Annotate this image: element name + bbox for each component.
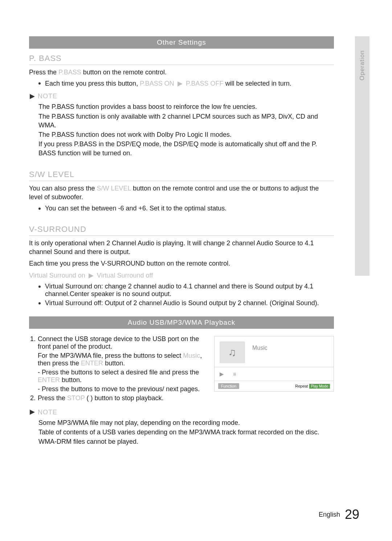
usb-step-2: 2. Press the STOP ( ) button to stop pla… (29, 394, 210, 402)
swlevel-p1-light: S/W LEVEL (97, 185, 131, 192)
usb-step1-c2: button. (62, 376, 82, 384)
usb-step1-b3: button. (105, 360, 125, 367)
usb-step-1: 1. Connect the USB storage device to the… (29, 335, 210, 393)
usb-step1-c: - Press the buttons to select a desired … (38, 369, 199, 376)
usb-two-col: 1. Connect the USB storage device to the… (29, 334, 334, 403)
bullet-dot-icon (38, 286, 41, 288)
arrow-sep-icon: ▶ (89, 271, 94, 280)
arrow-sep-icon: ▶ (177, 79, 183, 87)
vsurround-p1: It is only operational when 2 Channel Au… (29, 239, 334, 257)
swlevel-p1: You can also press the S/W LEVEL button … (29, 184, 334, 202)
pbass-note3: The P.BASS function does not work with D… (38, 130, 334, 139)
media-preview-top: ♫ Music (215, 336, 334, 367)
subheading-vsurround: V-SURROUND (29, 225, 334, 236)
usb-step-1-body: Connect the USB storage device to the US… (38, 335, 210, 393)
vsurround-b2: Virtual Surround off: Output of 2 channe… (45, 299, 319, 307)
usb-step1-blight: Music (183, 352, 200, 359)
pbass-note2: The P.BASS function is only available wi… (38, 112, 334, 130)
pbass-b1-d: will be selected in turn. (225, 80, 291, 87)
usb-step2-a: Press the (38, 394, 65, 402)
vsurround-bullet-1: Virtual Surround on: change 2 channel au… (38, 283, 334, 298)
bullet-dot-icon (38, 302, 41, 304)
usb-step2-light: STOP (67, 394, 85, 402)
play-small-icon: ▶ (220, 371, 224, 377)
vsurround-bullet-2: Virtual Surround off: Output of 2 channe… (38, 299, 334, 307)
vsurround-b1: Virtual Surround on: change 2 channel au… (45, 283, 334, 298)
music-note-icon: ♫ (220, 341, 245, 363)
swlevel-b1: You can set the between -6 and +6. Set i… (45, 205, 226, 212)
note-label: NOTE (38, 93, 57, 100)
play-triangle-icon (29, 409, 36, 415)
usb-note1: Some MP3/WMA file may not play, dependin… (38, 418, 334, 427)
pbass-lead-light: P.BASS (58, 69, 81, 76)
step-number-2: 2. (29, 394, 36, 402)
usb-step-2-body: Press the STOP ( ) button to stop playba… (38, 394, 210, 402)
svg-marker-0 (30, 94, 35, 99)
usb-step2-b: ( ) button to stop playback. (86, 394, 163, 402)
side-tab: Operation (355, 36, 369, 276)
subheading-pbass: P. BASS (29, 54, 334, 65)
svg-marker-1 (30, 410, 35, 415)
vsurround-p2: Each time you press the V-SURROUND butto… (29, 259, 334, 268)
usb-step1-a: Connect the USB storage device to the US… (38, 335, 210, 351)
pbass-bullet-1-body: Each time you press this button, P.BASS … (45, 79, 291, 87)
usb-note2: Table of contents of a USB varies depend… (38, 428, 334, 437)
vsurround-toggle-b: Virtual Surround off (97, 272, 153, 279)
media-repeat-label: Repeat (295, 384, 308, 388)
pbass-lead-a: Press the (29, 69, 57, 76)
note-label: NOTE (38, 409, 57, 416)
usb-step1-sub1: For the MP3/WMA file, press the buttons … (38, 352, 210, 367)
pbass-note4: If you press P.BASS in the DSP/EQ mode, … (38, 140, 334, 157)
pbass-b1-c: P.BASS OFF (186, 80, 224, 87)
note-row-pbass: NOTE (29, 93, 334, 100)
pbass-lead-b: button on the remote control. (83, 69, 167, 76)
section-header-other-settings: Other Settings (29, 36, 334, 49)
list-small-icon: ≡ (233, 371, 236, 377)
vsurround-toggle-a: Virtual Surround on (29, 272, 85, 279)
vsurround-toggle: Virtual Surround on ▶ Virtual Surround o… (29, 271, 334, 280)
subheading-swlevel: S/W LEVEL (29, 170, 334, 181)
pbass-note1: The P.BASS function provides a bass boos… (38, 102, 334, 111)
media-preview-box: ♫ Music ▶ ≡ Function Repeat Play Mode (214, 336, 334, 392)
media-title: Music (252, 345, 268, 351)
media-preview-bottom: Function Repeat Play Mode (215, 381, 334, 391)
pbass-b1-a: Each time you press this button, (45, 80, 138, 87)
note-row-usb: NOTE (29, 409, 334, 416)
media-repeat-badge: Repeat Play Mode (295, 384, 330, 388)
footer-page-number: 29 (345, 507, 359, 522)
media-preview-mid: ▶ ≡ (215, 367, 334, 381)
media-playmode-mark: Play Mode (309, 384, 330, 389)
step-number-1: 1. (29, 335, 36, 343)
pbass-b1-b: P.BASS ON (140, 80, 174, 87)
usb-step1-sub2: - Press the buttons to select a desired … (38, 369, 210, 384)
usb-step1-blight2: ENTER (81, 360, 103, 367)
page-footer: English 29 (319, 507, 359, 522)
bullet-dot-icon (38, 82, 41, 85)
side-tab-label: Operation (359, 50, 366, 81)
pbass-bullet-1: Each time you press this button, P.BASS … (38, 79, 334, 87)
play-triangle-icon (29, 93, 36, 100)
footer-lang: English (319, 511, 340, 518)
section-header-usb-playback: Audio USB/MP3/WMA Playback (29, 316, 334, 329)
swlevel-p1-a: You can also press the (29, 185, 95, 192)
usb-step1-b1: For the MP3/WMA file, press the buttons … (38, 352, 181, 359)
usb-step1-sub3: - Press the buttons to move to the previ… (38, 385, 210, 393)
media-function-badge: Function (218, 383, 239, 389)
bullet-dot-icon (38, 208, 41, 210)
swlevel-bullet-1: You can set the between -6 and +6. Set i… (38, 205, 334, 212)
usb-note3: WMA-DRM files cannot be played. (38, 437, 334, 446)
usb-left-col: 1. Connect the USB storage device to the… (29, 334, 214, 403)
pbass-lead: Press the P.BASS button on the remote co… (29, 68, 334, 77)
usb-step1-clight: ENTER (38, 376, 60, 384)
